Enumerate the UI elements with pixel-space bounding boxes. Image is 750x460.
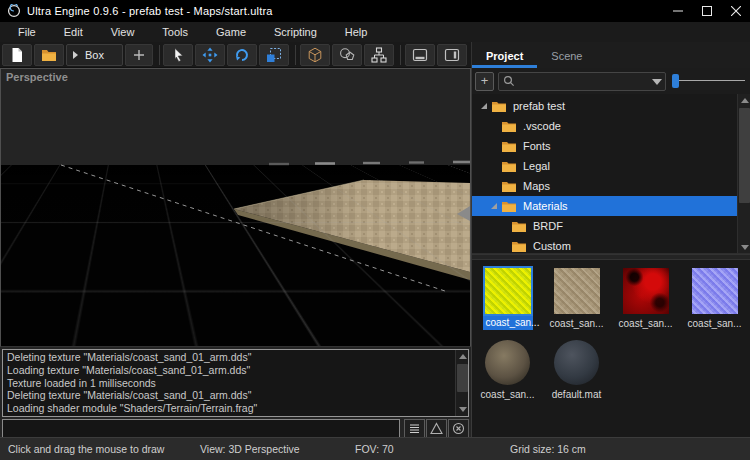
scroll-down-button[interactable] [456,404,469,416]
asset-thumbnail [554,268,600,314]
menu-item[interactable]: View [97,22,149,42]
tree-item-label: prefab test [513,100,565,112]
console-log-line: Loading shader module "Shaders/Terrain/T… [7,402,464,415]
panel-tab[interactable]: Scene [537,50,596,68]
menu-item[interactable]: Edit [50,22,97,42]
asset-item[interactable]: coast_san... [612,264,679,331]
shapes-icon [339,47,355,63]
tree-item[interactable]: Maps [472,176,737,196]
console-log-line: Deleting texture "Materials/coast_sand_0… [7,351,464,364]
plus-icon [131,47,147,63]
console-panel: Deleting texture "Materials/coast_sand_0… [0,347,471,440]
menu-bar: FileEditViewToolsGameScriptingHelp [0,22,750,42]
scroll-up-button[interactable] [456,350,469,362]
thumbnail-size-slider[interactable] [672,73,747,89]
tree-item[interactable]: Legal [472,156,737,176]
folder-icon [500,120,517,133]
tree-item-label: Legal [523,160,550,172]
primitive-dropdown[interactable]: Box [66,44,123,66]
asset-item[interactable]: coast_san... [474,264,541,331]
console-panel-toggle-button[interactable] [405,44,435,66]
tree-item[interactable]: Custom [472,236,737,254]
open-file-button[interactable] [34,44,64,66]
rotate-tool-button[interactable] [227,44,257,66]
select-tool-button[interactable] [163,44,193,66]
scroll-up-button[interactable] [738,94,750,106]
warnings-toggle-button[interactable] [426,419,447,438]
search-icon [503,75,515,87]
asset-thumbnail [554,340,599,385]
new-file-icon [9,47,25,63]
app-window: Ultra Engine 0.9.6 - prefab test - Maps/… [0,0,750,460]
asset-label: coast_san... [483,316,533,330]
asset-grid: coast_san... coast_san... coast_san... [472,260,750,437]
tree-item[interactable]: Fonts [472,136,737,156]
menu-item[interactable]: Scripting [260,22,331,42]
scroll-down-button[interactable] [738,241,750,253]
toolbar: Box [0,42,471,68]
tree-scrollbar[interactable] [737,94,750,253]
tree-item-label: Maps [523,180,550,192]
panel-tab[interactable]: Project [472,50,537,68]
status-bar: Click and drag the mouse to draw View: 3… [0,437,750,460]
asset-search-row: + [472,68,750,94]
menu-item[interactable]: File [4,22,50,42]
panel-tabs: ProjectScene [471,42,750,68]
slider-handle[interactable] [672,74,679,88]
warning-triangle-icon [430,422,443,435]
viewport-3d[interactable]: Perspective [0,68,471,347]
tree-item-label: Materials [523,200,568,212]
scroll-thumb[interactable] [739,108,750,203]
menu-item[interactable]: Game [202,22,260,42]
console-input[interactable] [2,419,400,438]
tree-item-label: .vscode [523,120,561,132]
shapes-tool-button[interactable] [332,44,362,66]
errors-toggle-button[interactable] [448,419,469,438]
asset-item[interactable]: coast_san... [474,336,541,402]
new-file-button[interactable] [2,44,32,66]
move-tool-button[interactable] [195,44,225,66]
project-tree: prefab test .vscode [472,94,750,254]
expand-arrow-icon[interactable] [488,200,500,212]
add-asset-button[interactable]: + [475,72,494,91]
tree-item[interactable]: .vscode [472,116,737,136]
status-hint: Click and drag the mouse to draw [8,443,164,455]
add-primitive-button[interactable] [125,44,153,66]
menu-item[interactable]: Help [331,22,382,42]
tree-item[interactable]: prefab test [472,96,737,116]
close-button[interactable] [721,0,750,22]
asset-search-input[interactable] [498,72,666,91]
tree-item[interactable]: BRDF [472,216,737,236]
panel-right-icon [444,47,460,63]
log-menu-button[interactable] [404,419,425,438]
console-scrollbar[interactable] [455,350,468,416]
folder-icon [510,220,527,233]
asset-item[interactable]: coast_san... [543,264,610,331]
console-log: Deleting texture "Materials/coast_sand_0… [2,349,469,417]
app-logo-icon [7,4,21,18]
asset-item[interactable]: default.mat [543,336,610,402]
folder-icon [500,140,517,153]
viewport-label: Perspective [6,71,68,83]
rotate-icon [234,47,250,63]
scroll-thumb[interactable] [457,364,468,392]
side-panel-toggle-button[interactable] [437,44,467,66]
window-title: Ultra Engine 0.9.6 - prefab test - Maps/… [27,5,273,17]
minimize-button[interactable] [663,0,692,22]
search-filter-dropdown-icon[interactable] [652,79,662,85]
console-log-line: Loading texture "Materials/coast_sand_01… [7,364,464,377]
move-icon [202,47,218,63]
maximize-button[interactable] [692,0,721,22]
asset-item[interactable]: coast_san... [681,264,748,331]
expand-arrow-icon[interactable] [478,100,490,112]
asset-label: coast_san... [478,388,538,402]
folder-icon [500,180,517,193]
scale-tool-button[interactable] [259,44,289,66]
open-folder-icon [41,47,57,63]
menu-item[interactable]: Tools [148,22,202,42]
scene-graph-button[interactable] [364,44,394,66]
tree-item[interactable]: Materials [472,196,737,216]
asset-thumbnail [623,268,669,314]
asset-label: default.mat [549,388,604,402]
cube-view-button[interactable] [300,44,330,66]
